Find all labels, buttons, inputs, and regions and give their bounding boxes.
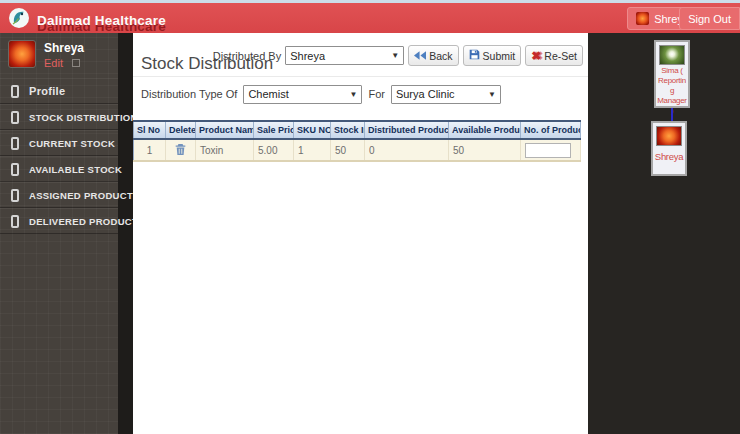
- chevron-down-icon: ▼: [488, 90, 496, 99]
- reset-button[interactable]: ✖ Re-Set: [525, 45, 583, 66]
- org-hierarchy-panel: Sima ( Reporting Manager ) Shreya: [588, 33, 740, 434]
- sidebar-item-label: CURRENT STOCK: [29, 138, 115, 149]
- menu-square-icon: [11, 189, 19, 202]
- submit-label: Submit: [483, 50, 516, 62]
- sidebar-item-stock-distribution[interactable]: STOCK DISTRIBUTION: [0, 104, 118, 130]
- sidebar-item-available-stock[interactable]: AVAILABLE STOCK: [0, 156, 118, 182]
- sidebar-item-assigned-product[interactable]: ASSIGNED PRODUCT: [0, 182, 118, 208]
- cell-sale-price: 5.00: [254, 139, 294, 161]
- org-card-manager[interactable]: Sima ( Reporting Manager ): [654, 40, 690, 108]
- logo-icon: [8, 7, 30, 33]
- cell-stock-in: 50: [331, 139, 365, 161]
- page: Dalimad Healthcare Shreya Sign Out Shrey…: [0, 0, 740, 434]
- sidebar-item-delivered-product[interactable]: DELIVERED PRODUCT: [0, 208, 118, 234]
- user-avatar-icon: [636, 12, 649, 25]
- sign-out-label: Sign Out: [688, 13, 731, 25]
- header-controls: Distributed By Shreya ▼ Back: [213, 45, 583, 66]
- filter-row: Distribution Type Of Chemist ▼ For Surya…: [133, 77, 588, 111]
- logo: Dalimad Healthcare: [8, 7, 166, 33]
- sidebar-item-label: AVAILABLE STOCK: [29, 164, 122, 175]
- cell-product-name: Toxin: [196, 139, 254, 161]
- sidebar-item-label: DELIVERED PRODUCT: [29, 216, 138, 227]
- cell-sku-no: 1: [294, 139, 331, 161]
- red-x-icon: ✖: [531, 51, 541, 61]
- back-icon: [414, 50, 426, 62]
- col-stock-in: Stock In: [331, 121, 365, 139]
- cell-distributed-product: 0: [365, 139, 449, 161]
- submit-button[interactable]: Submit: [463, 45, 522, 66]
- for-value: Surya Clinic: [396, 88, 455, 100]
- table-row: 1: [134, 139, 581, 161]
- for-label: For: [368, 88, 385, 100]
- delete-row-button[interactable]: [175, 143, 186, 156]
- edit-profile-link[interactable]: Edit: [44, 57, 63, 69]
- app-header: Dalimad Healthcare Shreya Sign Out: [0, 3, 740, 33]
- no-of-product-input[interactable]: [525, 143, 571, 158]
- menu-square-icon: [11, 215, 19, 228]
- main-content: Stock Distribution Distributed By Shreya…: [133, 33, 588, 434]
- col-available-product: Available Product: [449, 121, 521, 139]
- org-card-user[interactable]: Shreya: [651, 121, 687, 176]
- sidebar-item-label: STOCK DISTRIBUTION: [29, 112, 138, 123]
- content-header: Stock Distribution Distributed By Shreya…: [133, 33, 588, 77]
- stock-table-wrap: Sl No Delete Product Name Sale Price SKU…: [133, 120, 588, 162]
- sidebar-item-current-stock[interactable]: CURRENT STOCK: [0, 130, 118, 156]
- col-no-of-product: No. of Product: [521, 121, 581, 139]
- sidebar-menu: Profile STOCK DISTRIBUTION CURRENT STOCK…: [0, 78, 118, 234]
- sign-out-button[interactable]: Sign Out: [679, 7, 740, 30]
- sidebar-user-block: Shreya Edit: [0, 33, 118, 78]
- cell-no-of-product: [521, 139, 581, 161]
- distribution-type-label: Distribution Type Of: [141, 88, 237, 100]
- chevron-down-icon: ▼: [391, 51, 399, 60]
- brand-title: Dalimad Healthcare: [37, 13, 166, 28]
- back-button[interactable]: Back: [408, 45, 458, 66]
- user-photo: [656, 126, 682, 146]
- for-select[interactable]: Surya Clinic ▼: [391, 85, 501, 104]
- sidebar-item-label: ASSIGNED PRODUCT: [29, 190, 133, 201]
- menu-square-icon: [11, 163, 19, 176]
- distributed-by-label: Distributed By: [213, 50, 281, 62]
- col-sale-price: Sale Price: [254, 121, 294, 139]
- edit-box-icon[interactable]: [72, 59, 80, 67]
- user-name: Shreya: [653, 152, 685, 162]
- col-delete: Delete: [166, 121, 196, 139]
- menu-square-icon: [11, 137, 19, 150]
- sidebar: Shreya Edit Profile STOCK DISTRIBUTION C…: [0, 33, 118, 434]
- save-icon: [469, 49, 480, 62]
- distribution-type-value: Chemist: [248, 88, 288, 100]
- cell-delete: [166, 139, 196, 161]
- reset-label: Re-Set: [544, 50, 577, 62]
- sidebar-item-label: Profile: [29, 85, 65, 97]
- cell-sl-no: 1: [134, 139, 166, 161]
- distribution-type-select[interactable]: Chemist ▼: [243, 85, 362, 104]
- col-sl-no: Sl No: [134, 121, 166, 139]
- col-product-name: Product Name: [196, 121, 254, 139]
- back-label: Back: [429, 50, 452, 62]
- distributed-by-value: Shreya: [290, 50, 325, 62]
- sidebar-item-profile[interactable]: Profile: [0, 78, 118, 104]
- col-sku-no: SKU NO.: [294, 121, 331, 139]
- cell-available-product: 50: [449, 139, 521, 161]
- distributed-by-select[interactable]: Shreya ▼: [285, 46, 404, 65]
- trash-icon: [175, 144, 186, 159]
- stock-table: Sl No Delete Product Name Sale Price SKU…: [133, 120, 581, 162]
- org-connector-line: [671, 108, 673, 121]
- menu-square-icon: [11, 85, 19, 98]
- table-header-row: Sl No Delete Product Name Sale Price SKU…: [134, 121, 581, 139]
- col-distributed-product: Distributed Product: [365, 121, 449, 139]
- menu-square-icon: [11, 111, 19, 124]
- sidebar-user-name: Shreya: [44, 41, 84, 55]
- manager-photo: [659, 45, 685, 65]
- sidebar-avatar: [8, 40, 36, 68]
- chevron-down-icon: ▼: [349, 90, 357, 99]
